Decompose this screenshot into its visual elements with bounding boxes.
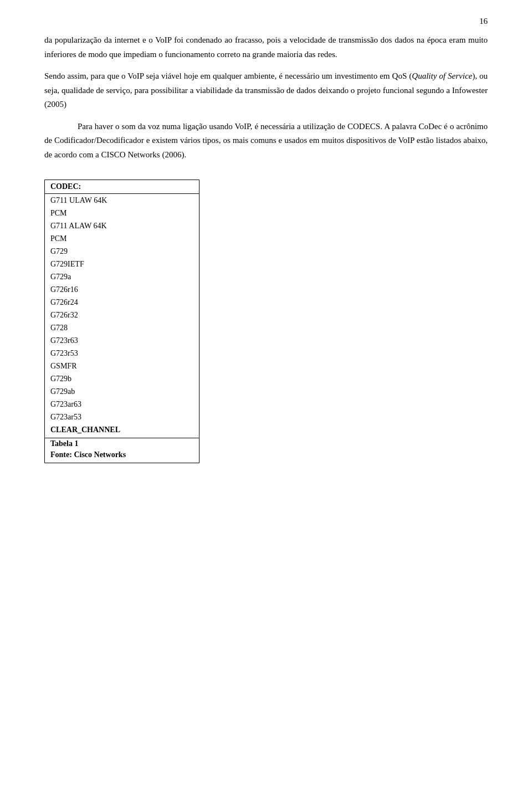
list-item: G729b bbox=[45, 372, 199, 385]
table-caption: Tabela 1 bbox=[45, 438, 199, 449]
list-item: G723ar53 bbox=[45, 411, 199, 423]
list-item: G726r16 bbox=[45, 283, 199, 296]
list-item: G723ar63 bbox=[45, 398, 199, 411]
list-item: GSMFR bbox=[45, 360, 199, 372]
sentence-continuation: A palavra CoDec é o acrônimo de Codifica… bbox=[44, 122, 488, 159]
codec-table: CODEC: G711 ULAW 64K PCM G711 ALAW 64K P… bbox=[44, 180, 200, 463]
list-item: PCM bbox=[45, 207, 199, 219]
page-number: 16 bbox=[479, 17, 488, 26]
codec-label: CODEC: bbox=[50, 182, 81, 191]
list-item: G729 bbox=[45, 245, 199, 258]
paragraph-2: Sendo assim, para que o VoIP seja viável… bbox=[44, 69, 488, 112]
list-item: G729a bbox=[45, 270, 199, 283]
page-container: 16 da popularização da internet e o VoIP… bbox=[0, 0, 532, 799]
paragraph-1: da popularização da internet e o VoIP fo… bbox=[44, 33, 488, 62]
list-item: G726r32 bbox=[45, 309, 199, 321]
list-item: G711 ULAW 64K bbox=[45, 194, 199, 207]
list-item: G728 bbox=[45, 321, 199, 334]
table-inner: CODEC: G711 ULAW 64K PCM G711 ALAW 64K P… bbox=[45, 180, 199, 463]
list-item: G729ab bbox=[45, 385, 199, 398]
list-item: PCM bbox=[45, 232, 199, 245]
paragraph-3: Para haver o som da voz numa ligação usa… bbox=[44, 120, 488, 162]
list-item: G729IETF bbox=[45, 258, 199, 270]
italic-text: Quality of Service bbox=[412, 71, 472, 80]
list-item: G726r24 bbox=[45, 296, 199, 309]
list-item: G723r63 bbox=[45, 334, 199, 347]
table-header: CODEC: bbox=[45, 180, 199, 194]
list-item-last: CLEAR_CHANNEL bbox=[45, 423, 199, 438]
list-item: G711 ALAW 64K bbox=[45, 219, 199, 232]
list-item: G723r53 bbox=[45, 347, 199, 360]
table-source: Fonte: Cisco Networks bbox=[45, 449, 199, 463]
